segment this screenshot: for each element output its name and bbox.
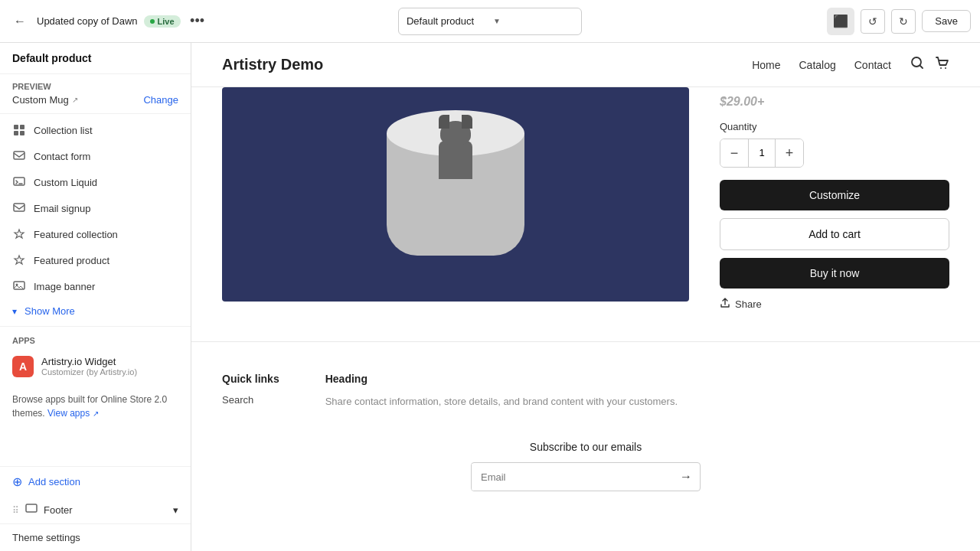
subscribe-submit-button[interactable]: → bbox=[672, 463, 700, 491]
chevron-down-icon: ▾ bbox=[12, 306, 17, 317]
sidebar-item-image-banner[interactable]: Image banner bbox=[0, 273, 191, 299]
preview-product-name: Custom Mug bbox=[12, 94, 69, 106]
add-section-button[interactable]: ⊕ Add section bbox=[0, 466, 191, 497]
top-toolbar: ← Updated copy of Dawn Live ••• Default … bbox=[0, 0, 980, 43]
back-button[interactable]: ← bbox=[9, 11, 31, 32]
image-banner-icon bbox=[12, 279, 26, 293]
sidebar-item-custom-liquid[interactable]: Custom Liquid bbox=[0, 169, 191, 195]
live-badge: Live bbox=[144, 15, 181, 28]
footer-quick-links: Quick links Search bbox=[222, 373, 279, 410]
theme-settings-label: Theme settings bbox=[12, 532, 80, 543]
view-apps-link[interactable]: View apps ↗ bbox=[47, 408, 99, 419]
artistry-app-icon: A bbox=[12, 356, 34, 377]
product-info-column: $29.00+ Quantity − 1 + bbox=[720, 87, 949, 311]
canvas-scroll[interactable]: Artistry Demo Home Catalog Contact bbox=[191, 43, 980, 551]
change-link[interactable]: Change bbox=[143, 94, 178, 106]
sidebar-item-featured-product[interactable]: Featured product bbox=[0, 247, 191, 273]
top-bar-left: ← Updated copy of Dawn Live ••• bbox=[9, 11, 325, 32]
add-to-cart-button[interactable]: Add to cart bbox=[720, 218, 949, 250]
app-name: Artistry.io Widget bbox=[41, 356, 178, 367]
custom-liquid-icon bbox=[12, 175, 26, 189]
product-image-column bbox=[222, 87, 689, 311]
footer-section-item[interactable]: ⠿ Footer ▾ bbox=[0, 497, 191, 523]
sidebar-item-contact-form[interactable]: Contact form bbox=[0, 143, 191, 169]
sidebar: Default product PREVIEW Custom Mug ↗ Cha… bbox=[0, 43, 191, 551]
sidebar-item-label: Custom Liquid bbox=[34, 177, 97, 188]
canvas-area: Artistry Demo Home Catalog Contact bbox=[191, 43, 980, 551]
undo-button[interactable]: ↺ bbox=[861, 9, 885, 34]
dropdown-arrow-icon: ▼ bbox=[493, 17, 573, 25]
svg-rect-11 bbox=[26, 504, 37, 512]
share-row[interactable]: Share bbox=[720, 298, 949, 311]
customize-button[interactable]: Customize bbox=[720, 180, 949, 210]
theme-settings-item[interactable]: Theme settings bbox=[0, 523, 191, 551]
svg-point-14 bbox=[945, 67, 946, 69]
sidebar-item-label: Image banner bbox=[34, 281, 95, 292]
heading-title: Heading bbox=[325, 373, 678, 385]
footer-icon bbox=[25, 503, 38, 517]
quantity-section: Quantity − 1 + bbox=[720, 121, 949, 168]
svg-rect-3 bbox=[20, 131, 24, 135]
preview-label: PREVIEW bbox=[12, 82, 178, 91]
quantity-increase-button[interactable]: + bbox=[776, 139, 803, 167]
svg-rect-2 bbox=[14, 131, 18, 135]
plus-icon: + bbox=[786, 145, 794, 161]
footer-heading-col: Heading Share contact information, store… bbox=[325, 373, 678, 410]
nav-link-contact[interactable]: Contact bbox=[854, 59, 891, 71]
store-logo: Artistry Demo bbox=[222, 56, 752, 73]
artistry-app-item[interactable]: A Artistry.io Widget Customizer (by Arti… bbox=[12, 351, 178, 382]
sidebar-item-email-signup[interactable]: Email signup bbox=[0, 195, 191, 221]
svg-rect-1 bbox=[20, 125, 24, 129]
svg-point-13 bbox=[940, 67, 942, 69]
heading-text: Share contact information, store details… bbox=[325, 394, 678, 409]
back-icon: ← bbox=[14, 15, 26, 28]
featured-collection-icon bbox=[12, 227, 26, 241]
save-button[interactable]: Save bbox=[922, 10, 971, 32]
cart-nav-icon[interactable] bbox=[934, 55, 949, 74]
more-options-button[interactable]: ••• bbox=[187, 11, 208, 32]
store-footer: Quick links Search Heading Share contact… bbox=[191, 341, 980, 522]
show-more-button[interactable]: ▾ Show More bbox=[0, 299, 191, 323]
buy-now-button[interactable]: Buy it now bbox=[720, 258, 949, 289]
sidebar-item-label: Featured collection bbox=[34, 229, 118, 240]
live-dot bbox=[150, 19, 155, 24]
sidebar-item-collection-list[interactable]: Collection list bbox=[0, 117, 191, 143]
nav-link-catalog[interactable]: Catalog bbox=[799, 59, 835, 71]
sidebar-preview-section: PREVIEW Custom Mug ↗ Change bbox=[0, 74, 191, 114]
sidebar-item-label: Collection list bbox=[34, 125, 93, 136]
product-price: $29.00+ bbox=[720, 87, 949, 109]
footer-columns: Quick links Search Heading Share contact… bbox=[222, 373, 949, 410]
external-link-icon: ↗ bbox=[93, 409, 99, 418]
quantity-value: 1 bbox=[748, 139, 776, 167]
view-apps-label: View apps bbox=[47, 408, 90, 419]
app-subtitle: Customizer (by Artistry.io) bbox=[41, 367, 178, 377]
top-bar-right: ⬛ ↺ ↻ Save bbox=[655, 8, 971, 35]
search-nav-icon[interactable] bbox=[910, 55, 925, 74]
sidebar-title: Default product bbox=[12, 52, 178, 64]
featured-product-icon bbox=[12, 253, 26, 267]
svg-point-12 bbox=[912, 57, 921, 67]
nav-link-home[interactable]: Home bbox=[752, 59, 780, 71]
store-nav-links: Home Catalog Contact bbox=[752, 59, 891, 71]
product-section: $29.00+ Quantity − 1 + bbox=[191, 87, 980, 341]
sidebar-scroll-area: Collection list Contact form Custom Liqu… bbox=[0, 114, 191, 466]
preview-select-label: Default product bbox=[407, 15, 487, 27]
desktop-view-button[interactable]: ⬛ bbox=[827, 8, 854, 35]
top-bar-center: Default product ▼ bbox=[332, 8, 648, 35]
preview-value: Custom Mug ↗ Change bbox=[12, 94, 178, 106]
browse-apps-text: Browse apps built for Online Store 2.0 t… bbox=[0, 388, 191, 425]
quantity-label: Quantity bbox=[720, 121, 949, 132]
main-layout: Default product PREVIEW Custom Mug ↗ Cha… bbox=[0, 43, 980, 551]
email-input[interactable] bbox=[472, 464, 672, 491]
more-icon: ••• bbox=[190, 13, 204, 29]
svg-marker-8 bbox=[15, 256, 24, 264]
quantity-decrease-button[interactable]: − bbox=[720, 139, 748, 167]
live-label: Live bbox=[158, 17, 175, 26]
sidebar-item-label: Contact form bbox=[34, 151, 90, 162]
preview-select[interactable]: Default product ▼ bbox=[398, 8, 582, 35]
sidebar-item-featured-collection[interactable]: Featured collection bbox=[0, 221, 191, 247]
redo-button[interactable]: ↻ bbox=[891, 9, 916, 34]
svg-rect-6 bbox=[14, 204, 24, 211]
footer-search-link[interactable]: Search bbox=[222, 394, 279, 406]
show-more-label: Show More bbox=[24, 305, 75, 317]
